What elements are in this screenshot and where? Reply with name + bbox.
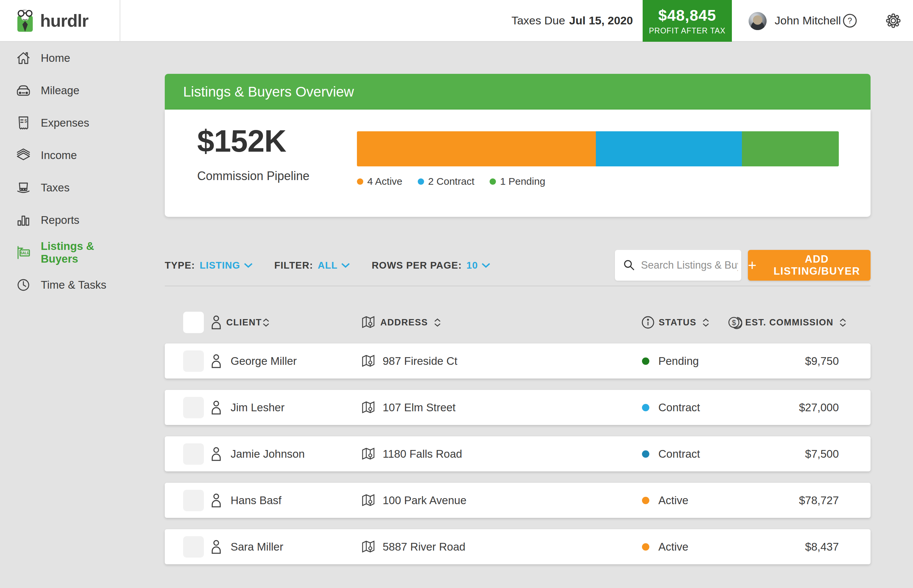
profit-label: PROFIT AFTER TAX: [649, 26, 726, 36]
avatar[interactable]: [748, 12, 767, 30]
home-icon: [16, 52, 31, 65]
overview-card-header: Listings & Buyers Overview: [165, 74, 871, 110]
sort-status[interactable]: [702, 318, 710, 327]
filters: TYPE: LISTING FILTER: ALL ROWS PER PAGE:…: [165, 250, 491, 281]
person-icon: [210, 309, 223, 336]
status-label: Active: [658, 483, 688, 518]
pipeline-label: Commission Pipeline: [197, 169, 309, 183]
column-address[interactable]: ADDRESS: [380, 317, 428, 328]
status-dot: [642, 497, 649, 504]
pipeline-total: $152K: [197, 124, 286, 159]
table-row[interactable]: Hans Basf 100 Park Avenue Active $78,727: [165, 483, 871, 518]
toolbar-divider: [165, 286, 871, 286]
person-icon: [210, 529, 223, 564]
cash-stack-icon: [16, 148, 31, 162]
sidebar-item-reports[interactable]: Reports: [0, 204, 120, 236]
column-client[interactable]: CLIENT: [226, 317, 262, 328]
legend-dot: [418, 178, 424, 185]
sidebar-item-home[interactable]: Home: [0, 42, 120, 74]
profit-after-tax-widget[interactable]: $48,845 PROFIT AFTER TAX: [643, 0, 732, 42]
chevron-down-icon: [341, 263, 350, 268]
svg-text:$: $: [732, 318, 736, 327]
top-hat-icon: [16, 181, 31, 194]
table-row[interactable]: Sara Miller 5887 River Road Active $8,43…: [165, 529, 871, 564]
person-icon: [210, 390, 223, 425]
chevron-down-icon: [244, 263, 253, 268]
profit-amount: $48,845: [658, 6, 716, 24]
column-status[interactable]: STATUS: [659, 317, 696, 328]
legend-item: 1 Pending: [490, 176, 545, 187]
map-icon: [361, 529, 375, 564]
taxes-due-label: Taxes DueJul 15, 2020: [511, 0, 633, 41]
sidebar-item-label: Income: [41, 149, 77, 162]
sale-sign-icon: SALE: [16, 246, 31, 260]
map-icon: [361, 390, 375, 425]
sidebar-item-mileage[interactable]: Mileage: [0, 74, 120, 107]
column-commission[interactable]: EST. COMMISSION: [745, 317, 834, 328]
add-listing-buyer-button[interactable]: + ADD LISTING/BUYER: [748, 250, 871, 281]
person-icon: [210, 436, 223, 472]
gear-icon[interactable]: [886, 0, 901, 41]
commission-value: $27,000: [799, 390, 839, 425]
sidebar: Home Mileage $ Expenses Income Taxes Rep…: [0, 42, 120, 301]
row-checkbox[interactable]: [183, 443, 204, 465]
map-icon: [361, 436, 375, 472]
commission-value: $8,437: [805, 529, 839, 564]
select-all-checkbox[interactable]: [183, 312, 204, 333]
overview-title: Listings & Buyers Overview: [183, 84, 354, 100]
car-icon: [16, 84, 31, 97]
chevron-down-icon: [481, 263, 491, 268]
legend-dot: [490, 178, 496, 185]
map-icon: [361, 309, 375, 336]
sidebar-item-label: Time & Tasks: [41, 279, 106, 291]
address: 107 Elm Street: [383, 390, 456, 425]
brand-logo[interactable]: hurdlr: [0, 0, 120, 41]
address: 1180 Falls Road: [383, 436, 462, 472]
client-name: Jamie Johnson: [231, 436, 305, 472]
table-row[interactable]: George Miller 987 Fireside Ct Pending $9…: [165, 344, 871, 378]
status-dot: [642, 404, 649, 411]
sidebar-item-taxes[interactable]: Taxes: [0, 171, 120, 204]
search-input[interactable]: [641, 259, 738, 271]
filter-dropdown[interactable]: FILTER: ALL: [275, 260, 350, 271]
client-name: Sara Miller: [231, 529, 283, 564]
hurdlr-mascot-icon: [15, 8, 36, 33]
row-checkbox[interactable]: [183, 397, 204, 418]
table-row[interactable]: Jamie Johnson 1180 Falls Road Contract $…: [165, 436, 871, 472]
svg-text:?: ?: [847, 16, 852, 25]
help-icon[interactable]: ?: [842, 0, 858, 41]
status-label: Contract: [658, 436, 700, 472]
sidebar-item-time-tasks[interactable]: Time & Tasks: [0, 269, 120, 301]
sidebar-item-listings-buyers[interactable]: SALE Listings & Buyers: [0, 236, 120, 269]
sort-address[interactable]: [433, 318, 441, 327]
search-icon: [623, 259, 636, 271]
row-checkbox[interactable]: [183, 351, 204, 372]
svg-text:$: $: [24, 118, 27, 124]
row-checkbox[interactable]: [183, 490, 204, 511]
status-dot: [642, 357, 649, 365]
table-row[interactable]: Jim Lesher 107 Elm Street Contract $27,0…: [165, 390, 871, 425]
address: 5887 River Road: [383, 529, 465, 564]
bar-chart-icon: [16, 213, 31, 227]
status-label: Contract: [658, 390, 700, 425]
sidebar-item-expenses[interactable]: $ Expenses: [0, 107, 120, 139]
map-icon: [361, 483, 375, 518]
sidebar-item-income[interactable]: Income: [0, 139, 120, 171]
overview-card-body: $152K Commission Pipeline 4 Active 2 Con…: [165, 110, 871, 217]
type-filter-dropdown[interactable]: TYPE: LISTING: [165, 260, 253, 271]
table-header: CLIENT ADDRESS STATUS $ EST: [165, 309, 871, 336]
toolbar: TYPE: LISTING FILTER: ALL ROWS PER PAGE:…: [165, 250, 871, 281]
sort-commission[interactable]: [839, 318, 847, 327]
sidebar-item-label: Home: [41, 52, 70, 65]
map-icon: [361, 344, 375, 378]
coins-icon: $: [728, 309, 743, 336]
row-checkbox[interactable]: [183, 536, 204, 557]
sort-client[interactable]: [262, 318, 270, 327]
address: 987 Fireside Ct: [383, 344, 457, 378]
client-name: Jim Lesher: [231, 390, 284, 425]
sidebar-item-label: Taxes: [41, 181, 69, 194]
bar-segment-pending: [742, 131, 839, 166]
user-name: John Mitchell: [775, 0, 841, 41]
rows-per-page-dropdown[interactable]: ROWS PER PAGE: 10: [372, 260, 491, 271]
legend-item: 2 Contract: [418, 176, 474, 187]
